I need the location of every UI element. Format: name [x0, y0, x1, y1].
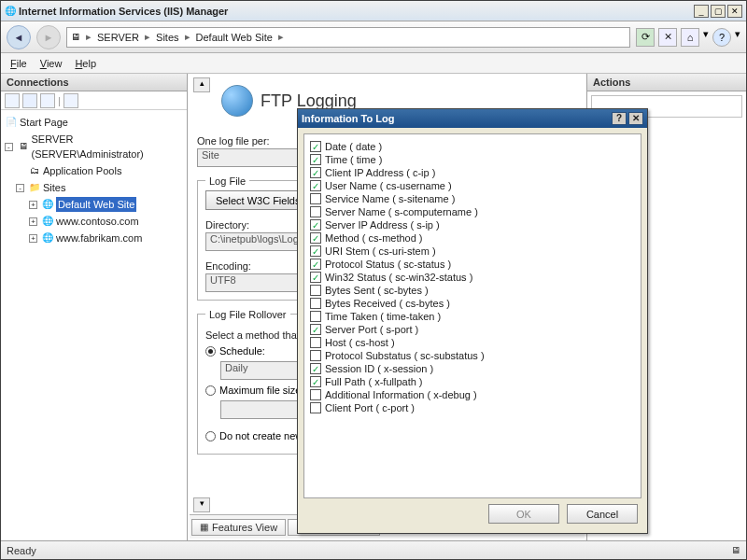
checkbox-checked-icon[interactable]: ✓ [310, 167, 321, 178]
home-icon[interactable]: ⌂ [681, 28, 699, 47]
checkbox-icon[interactable] [310, 389, 321, 400]
log-field-row[interactable]: Bytes Sent ( sc-bytes ) [310, 284, 635, 297]
checkbox-checked-icon[interactable]: ✓ [310, 232, 321, 244]
ok-button[interactable]: OK [488, 504, 559, 524]
checkbox-checked-icon[interactable]: ✓ [310, 141, 321, 152]
log-field-row[interactable]: ✓Server Port ( s-port ) [310, 323, 635, 336]
rollover-legend: Log File Rollover [205, 309, 290, 320]
checkbox-checked-icon[interactable]: ✓ [310, 272, 321, 283]
tree-default-site[interactable]: +🌐Default Web Site [3, 196, 185, 213]
breadcrumb[interactable]: 🖥 ▸ SERVER ▸ Sites ▸ Default Web Site ▸ [66, 27, 630, 48]
checkbox-checked-icon[interactable]: ✓ [310, 154, 321, 165]
log-field-label: Server Name ( s-computername ) [325, 206, 478, 217]
crumb-sites[interactable]: Sites [156, 32, 178, 43]
maximize-button[interactable]: ▢ [711, 5, 726, 18]
checkbox-checked-icon[interactable]: ✓ [310, 180, 321, 191]
checkbox-checked-icon[interactable]: ✓ [310, 376, 321, 387]
refresh-icon[interactable]: ⟳ [636, 28, 655, 47]
log-field-row[interactable]: ✓Protocol Status ( sc-status ) [310, 258, 635, 271]
log-field-row[interactable]: Server Name ( s-computername ) [310, 205, 635, 218]
log-field-row[interactable]: Time Taken ( time-taken ) [310, 310, 635, 323]
log-field-row[interactable]: Additional Information ( x-debug ) [310, 388, 635, 401]
scroll-up-icon[interactable]: ▴ [193, 77, 210, 92]
tree-server[interactable]: -🖥SERVER (SERVER\Administrator) [3, 131, 185, 162]
checkbox-icon[interactable] [310, 298, 321, 309]
tree-sites[interactable]: -📁Sites [3, 179, 185, 196]
tree-start-page[interactable]: 📄Start Page [3, 114, 185, 131]
log-field-label: Server Port ( s-port ) [325, 324, 418, 335]
checkbox-icon[interactable] [310, 206, 321, 217]
log-field-row[interactable]: ✓User Name ( cs-username ) [310, 179, 635, 192]
back-button[interactable]: ◄ [7, 25, 31, 49]
checkbox-checked-icon[interactable]: ✓ [310, 219, 321, 231]
checkbox-checked-icon[interactable]: ✓ [310, 245, 321, 257]
folder-icon: 📁 [28, 181, 41, 194]
log-field-row[interactable]: ✓Method ( cs-method ) [310, 231, 635, 245]
tree-app-pools[interactable]: 🗂Application Pools [3, 162, 185, 179]
globe-icon: 🌐 [41, 215, 54, 228]
checkbox-icon[interactable] [310, 350, 321, 361]
dialog-help-button[interactable]: ? [612, 112, 627, 125]
log-field-row[interactable]: Service Name ( s-sitename ) [310, 192, 635, 205]
log-field-label: Bytes Received ( cs-bytes ) [325, 298, 450, 309]
checkbox-checked-icon[interactable]: ✓ [310, 259, 321, 270]
log-field-row[interactable]: ✓Time ( time ) [310, 153, 635, 166]
forward-button[interactable]: ► [36, 25, 61, 49]
help-icon[interactable]: ? [712, 28, 731, 47]
stop-icon[interactable]: ⨯ [658, 28, 677, 47]
checkbox-icon[interactable] [310, 193, 321, 204]
connect-icon[interactable] [5, 93, 20, 108]
nav-toolbar: ◄ ► 🖥 ▸ SERVER ▸ Sites ▸ Default Web Sit… [1, 21, 746, 53]
log-field-label: Method ( cs-method ) [325, 232, 423, 244]
radio-icon [205, 431, 216, 441]
radio-icon [205, 385, 216, 396]
menu-file[interactable]: File [10, 58, 27, 69]
config-icon: 🖥 [731, 545, 740, 555]
log-field-row[interactable]: ✓Client IP Address ( c-ip ) [310, 166, 635, 179]
log-field-label: Full Path ( x-fullpath ) [325, 376, 423, 387]
dialog-close-button[interactable]: ✕ [628, 112, 643, 125]
checkbox-icon[interactable] [310, 402, 321, 413]
log-field-row[interactable]: ✓URI Stem ( cs-uri-stem ) [310, 245, 635, 258]
log-field-row[interactable]: ✓Session ID ( x-session ) [310, 362, 635, 375]
minimize-button[interactable]: _ [694, 5, 709, 18]
scroll-down-icon[interactable]: ▾ [193, 497, 210, 512]
checkbox-checked-icon[interactable]: ✓ [310, 324, 321, 335]
connections-header: Connections [1, 74, 187, 91]
log-field-row[interactable]: Host ( cs-host ) [310, 336, 635, 349]
dropdown-icon[interactable]: ▾ [703, 28, 709, 47]
checkbox-icon[interactable] [310, 337, 321, 348]
tree-contoso[interactable]: +🌐www.contoso.com [3, 213, 185, 230]
checkbox-icon[interactable] [310, 285, 321, 296]
crumb-server[interactable]: SERVER [97, 32, 139, 43]
log-field-row[interactable]: Bytes Received ( cs-bytes ) [310, 297, 635, 310]
chevron-right-icon: ▸ [86, 31, 92, 43]
cancel-button[interactable]: Cancel [567, 504, 638, 524]
log-field-label: Protocol Status ( sc-status ) [325, 259, 451, 270]
checkbox-checked-icon[interactable]: ✓ [310, 363, 321, 374]
close-button[interactable]: ✕ [727, 5, 742, 18]
checkbox-icon[interactable] [310, 311, 321, 322]
log-field-row[interactable]: ✓Date ( date ) [310, 140, 635, 153]
log-field-row[interactable]: ✓Server IP Address ( s-ip ) [310, 218, 635, 231]
dropdown-icon[interactable]: ▾ [735, 28, 740, 47]
features-view-tab[interactable]: ▦Features View [191, 519, 286, 536]
log-field-row[interactable]: ✓Full Path ( x-fullpath ) [310, 375, 635, 388]
log-field-label: Client IP Address ( c-ip ) [325, 167, 435, 178]
connections-tree: 📄Start Page -🖥SERVER (SERVER\Administrat… [1, 110, 187, 250]
menu-view[interactable]: View [40, 58, 63, 69]
menubar: File View Help [1, 53, 746, 74]
log-field-row[interactable]: Client Port ( c-port ) [310, 401, 635, 414]
log-field-row[interactable]: ✓Win32 Status ( sc-win32-status ) [310, 271, 635, 284]
tree-fabrikam[interactable]: +🌐www.fabrikam.com [3, 230, 185, 246]
connections-panel: Connections | 📄Start Page -🖥SERVER (SERV… [1, 74, 188, 540]
menu-help[interactable]: Help [75, 58, 96, 69]
log-field-label: Time Taken ( time-taken ) [325, 311, 441, 322]
log-field-row[interactable]: Protocol Substatus ( sc-substatus ) [310, 349, 635, 362]
save-icon[interactable] [22, 93, 37, 108]
log-field-label: Host ( cs-host ) [325, 337, 395, 348]
delete-icon[interactable] [40, 93, 55, 108]
crumb-site[interactable]: Default Web Site [196, 32, 273, 43]
dialog-titlebar: Information To Log ? ✕ [298, 109, 647, 128]
up-icon[interactable] [63, 93, 78, 108]
